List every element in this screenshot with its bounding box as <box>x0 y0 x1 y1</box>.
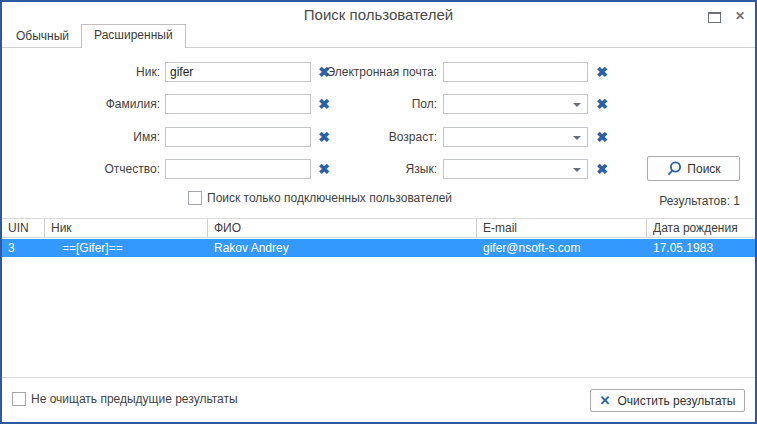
clear-results-icon: ✕ <box>600 393 611 408</box>
age-select[interactable] <box>443 127 588 147</box>
firstname-input[interactable] <box>165 127 311 147</box>
row-cell-birthdate: 17.05.1983 <box>647 239 755 257</box>
row-cell-fio: Rakov Andrey <box>208 239 477 257</box>
clear-email-icon[interactable]: ✖ <box>593 63 611 81</box>
dropdown-arrow-icon <box>573 168 581 172</box>
search-button-label: Поиск <box>687 162 720 176</box>
email-label: Электронная почта: <box>320 62 437 82</box>
column-header-nick[interactable]: Ник <box>45 219 208 237</box>
column-header-email[interactable]: E-mail <box>477 219 647 237</box>
gender-select[interactable] <box>443 94 588 114</box>
dropdown-arrow-icon <box>573 103 581 107</box>
maximize-icon[interactable] <box>708 12 721 23</box>
window-controls: ✕ <box>708 8 747 24</box>
patronymic-input[interactable] <box>165 159 311 179</box>
table-row[interactable]: 3 ==[Gifer]== Rakov Andrey gifer@nsoft-s… <box>2 239 755 257</box>
results-count: Результатов: 1 <box>600 194 740 208</box>
gender-label: Пол: <box>320 94 437 114</box>
age-label: Возраст: <box>320 127 437 147</box>
lastname-input[interactable] <box>165 94 311 114</box>
clear-gender-icon[interactable]: ✖ <box>593 95 611 113</box>
lastname-label: Фамилия: <box>10 94 160 114</box>
firstname-label: Имя: <box>10 127 160 147</box>
search-button[interactable]: Поиск <box>647 156 740 181</box>
column-header-fio[interactable]: ФИО <box>208 219 477 237</box>
footer-divider <box>2 377 755 378</box>
column-header-birthdate[interactable]: Дата рождения <box>647 219 755 237</box>
nick-label: Ник: <box>10 62 160 82</box>
tab-strip: Обычный Расширенный <box>2 26 755 48</box>
clear-age-icon[interactable]: ✖ <box>593 128 611 146</box>
language-label: Язык: <box>320 159 437 179</box>
user-search-window: Поиск пользователей ✕ Обычный Расширенны… <box>0 0 757 424</box>
online-only-checkbox[interactable] <box>188 191 202 205</box>
email-input[interactable] <box>443 62 588 82</box>
keep-results-checkbox[interactable] <box>12 392 26 406</box>
window-title: Поиск пользователей <box>2 6 755 23</box>
clear-results-button[interactable]: ✕ Очистить результаты <box>590 389 745 412</box>
row-cell-uin: 3 <box>2 239 45 257</box>
keep-results-checkbox-label: Не очищать предыдущие результаты <box>31 392 238 407</box>
tab-normal[interactable]: Обычный <box>4 26 81 47</box>
tab-advanced[interactable]: Расширенный <box>81 24 186 48</box>
row-cell-nick: ==[Gifer]== <box>45 239 208 257</box>
results-table-header: UIN Ник ФИО E-mail Дата рождения <box>2 218 755 238</box>
nick-input[interactable] <box>165 62 311 82</box>
column-header-uin[interactable]: UIN <box>2 219 45 237</box>
language-select[interactable] <box>443 159 588 179</box>
patronymic-label: Отчество: <box>10 159 160 179</box>
close-icon[interactable]: ✕ <box>733 8 747 24</box>
dropdown-arrow-icon <box>573 136 581 140</box>
search-icon <box>666 161 682 177</box>
clear-language-icon[interactable]: ✖ <box>593 160 611 178</box>
row-cell-email: gifer@nsoft-s.com <box>477 239 647 257</box>
clear-results-button-label: Очистить результаты <box>617 394 735 408</box>
online-only-checkbox-label: Поиск только подключенных пользователей <box>207 191 452 206</box>
